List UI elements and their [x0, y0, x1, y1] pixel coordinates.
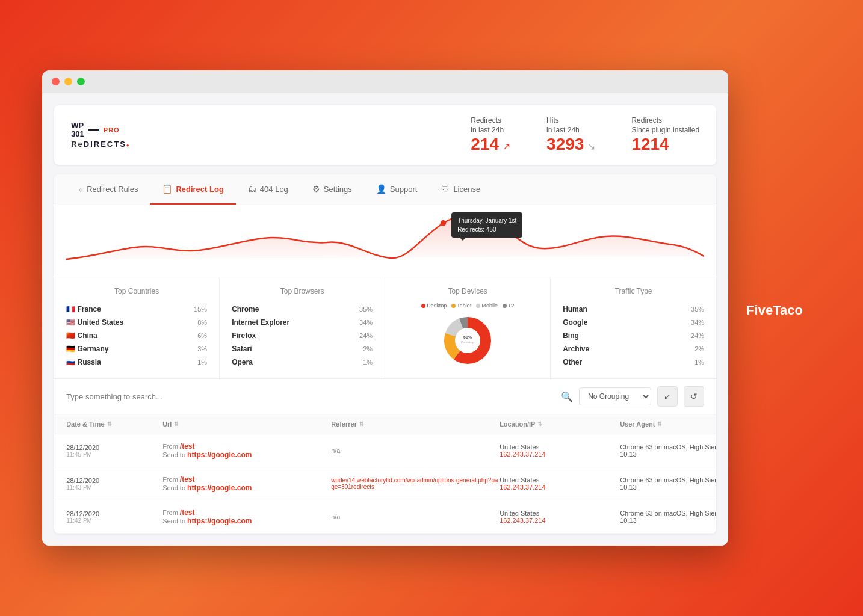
- row3-ip-val: 162.243.37.214: [500, 517, 620, 524]
- stat-label-hits-24h: Hitsin last 24h: [546, 116, 595, 135]
- row3-location-val: United States: [500, 510, 620, 517]
- row1-time-val: 11:45 PM: [66, 451, 162, 458]
- country-russia-pct: 1%: [197, 359, 207, 366]
- devices-section: Top Devices Desktop Tablet Mobile Tv: [385, 277, 551, 378]
- dot-red: [52, 78, 60, 85]
- row2-send: Send to https://google.com: [162, 484, 331, 492]
- row3-send-url[interactable]: https://google.com: [187, 517, 252, 525]
- row1-from: From /test: [162, 442, 331, 451]
- table-row-2: 28/12/2020 11:43 PM From /test Send to h…: [54, 467, 716, 500]
- browsers-title: Top Browsers: [232, 287, 373, 295]
- country-france-label: 🇫🇷 France: [66, 305, 101, 313]
- logo-pro: PRO: [104, 126, 120, 134]
- logo-area: WP301 PRO ReDIRECTS●: [71, 122, 131, 149]
- top-bar: WP301 PRO ReDIRECTS● Redirectsin last 24…: [54, 105, 716, 165]
- legend-tablet: Tablet: [451, 303, 471, 309]
- tab-redirect-rules[interactable]: ⬦ Redirect Rules: [66, 174, 150, 205]
- row1-send: Send to https://google.com: [162, 451, 331, 459]
- fivetaco-label: FiveTaco: [746, 303, 803, 318]
- row1-ip-val: 162.243.37.214: [500, 451, 620, 458]
- tab-redirect-log-label: Redirect Log: [176, 185, 223, 194]
- row2-url: From /test Send to https://google.com: [162, 475, 331, 492]
- browser-chrome-pct: 35%: [359, 306, 373, 313]
- legend-tv: Tv: [503, 303, 514, 309]
- browser-bar: [42, 70, 728, 93]
- search-icon-btn[interactable]: 🔍: [561, 391, 573, 402]
- export-btn[interactable]: ↙: [657, 386, 678, 407]
- traffic-row-2: Google 34%: [563, 316, 704, 329]
- country-us-pct: 8%: [197, 319, 207, 326]
- row3-from-url[interactable]: /test: [180, 508, 195, 517]
- th-url-label: Url: [162, 420, 172, 428]
- stat-value-redirects-24h: 214: [471, 135, 499, 154]
- th-location-label: Location/IP: [500, 420, 535, 428]
- country-china-pct: 6%: [197, 332, 207, 339]
- browser-row-4: Safari 2%: [232, 342, 373, 356]
- th-url: Url ⇅: [162, 420, 331, 428]
- th-location-sort-icon[interactable]: ⇅: [537, 421, 542, 427]
- legend-mobile: Mobile: [476, 303, 498, 309]
- logo-wp-301: WP301: [71, 122, 84, 139]
- row3-send-label: Send to: [162, 517, 187, 525]
- browser-row-2: Internet Explorer 34%: [232, 316, 373, 329]
- browser-window: WP301 PRO ReDIRECTS● Redirectsin last 24…: [42, 70, 728, 546]
- tab-404-log[interactable]: 🗂 404 Log: [236, 174, 300, 205]
- row1-from-label: From: [162, 443, 180, 450]
- browser-ie-label: Internet Explorer: [232, 318, 289, 327]
- traffic-other-label: Other: [563, 358, 582, 366]
- row3-ua: Chrome 63 on macOS, High Sierra 10.13: [620, 510, 716, 524]
- search-input[interactable]: [66, 392, 555, 401]
- redirect-log-icon: 📋: [162, 184, 172, 194]
- traffic-archive-label: Archive: [563, 345, 589, 353]
- tab-settings-label: Settings: [324, 185, 352, 194]
- country-row-5: 🇷🇺 Russia 1%: [66, 356, 207, 369]
- row3-date: 28/12/2020 11:42 PM: [66, 510, 162, 524]
- row2-time-val: 11:43 PM: [66, 484, 162, 491]
- refresh-btn[interactable]: ↺: [684, 386, 704, 407]
- stat-arrow-up: ↗: [503, 141, 510, 152]
- svg-text:Desktop: Desktop: [461, 340, 475, 344]
- row2-from-url[interactable]: /test: [180, 475, 195, 484]
- row2-location-val: United States: [500, 476, 620, 484]
- th-referrer-sort-icon[interactable]: ⇅: [359, 421, 364, 427]
- browser-opera-label: Opera: [232, 358, 253, 366]
- country-germany-pct: 3%: [197, 345, 207, 353]
- legend-desktop: Desktop: [421, 303, 447, 309]
- th-useragent-sort-icon[interactable]: ⇅: [657, 421, 662, 427]
- row3-date-val: 28/12/2020: [66, 510, 162, 517]
- tab-404-log-label: 404 Log: [260, 185, 288, 194]
- browser-chrome-label: Chrome: [232, 305, 259, 313]
- row3-referrer: n/a: [331, 513, 500, 520]
- stat-hits-24h: Hitsin last 24h 3293 ↘: [546, 116, 595, 154]
- grouping-select[interactable]: No Grouping: [579, 387, 651, 405]
- th-date-label: Date & Time: [66, 420, 104, 428]
- table-row-3: 28/12/2020 11:42 PM From /test Send to h…: [54, 500, 716, 534]
- browser-row-5: Opera 1%: [232, 356, 373, 369]
- row1-date: 28/12/2020 11:45 PM: [66, 444, 162, 458]
- tab-license[interactable]: 🛡 License: [429, 174, 492, 205]
- countries-title: Top Countries: [66, 287, 207, 295]
- country-china-label: 🇨🇳 China: [66, 331, 97, 340]
- tab-settings[interactable]: ⚙ Settings: [300, 174, 364, 205]
- browser-safari-label: Safari: [232, 345, 252, 353]
- browser-row-1: Chrome 35%: [232, 303, 373, 316]
- traffic-archive-pct: 2%: [694, 345, 704, 353]
- donut-legend: Desktop Tablet Mobile Tv: [421, 303, 514, 309]
- dot-green: [77, 78, 85, 85]
- th-date-sort-icon[interactable]: ⇅: [107, 421, 112, 427]
- fivetaco-brand: FiveTaco: [728, 293, 821, 323]
- row1-from-url[interactable]: /test: [180, 442, 195, 451]
- row2-send-label: Send to: [162, 484, 187, 491]
- row1-send-url[interactable]: https://google.com: [187, 451, 252, 459]
- row2-send-url[interactable]: https://google.com: [187, 484, 252, 492]
- row1-referrer: n/a: [331, 447, 500, 454]
- tab-support[interactable]: 👤 Support: [364, 174, 430, 205]
- tab-redirect-log[interactable]: 📋 Redirect Log: [150, 174, 235, 205]
- country-row-1: 🇫🇷 France 15%: [66, 303, 207, 316]
- stat-label-redirects-24h: Redirectsin last 24h: [471, 116, 510, 135]
- stat-redirects-24h: Redirectsin last 24h 214 ↗: [471, 116, 510, 154]
- stat-label-redirects-total: RedirectsSince plugin installed: [631, 116, 699, 135]
- traffic-google-label: Google: [563, 318, 587, 327]
- th-url-sort-icon[interactable]: ⇅: [174, 421, 179, 427]
- traffic-row-4: Archive 2%: [563, 342, 704, 356]
